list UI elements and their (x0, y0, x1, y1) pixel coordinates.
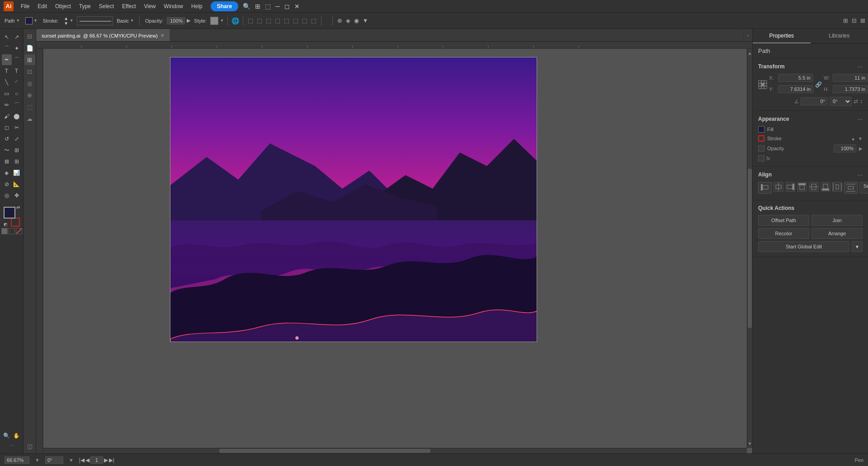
transform-button[interactable] (325, 20, 329, 22)
more-toolbar-arrow[interactable]: ▼ (362, 17, 369, 24)
tab-libraries[interactable]: Libraries (811, 29, 868, 43)
type-tool[interactable]: T (2, 66, 12, 76)
menu-effect[interactable]: Effect (118, 1, 139, 11)
stroke-up-arrow[interactable]: ▲▼ (64, 16, 68, 26)
opacity-value-input[interactable] (834, 144, 856, 152)
stroke-style-preview[interactable] (77, 16, 113, 25)
stroke-profile-selector[interactable]: Basic ▼ (115, 17, 136, 24)
links-icon[interactable]: ⬚ (24, 101, 35, 112)
offset-path-button[interactable]: Offset Path (758, 215, 809, 226)
scroll-down-arrow[interactable]: ▼ (747, 441, 752, 446)
scroll-up-arrow[interactable]: ▲ (747, 51, 752, 56)
vertical-scrollbar[interactable]: ▲ ▼ (747, 49, 752, 448)
puppet-warp-icon[interactable]: ⊕ (336, 17, 343, 24)
align-center-h-icon[interactable]: ⬚ (256, 17, 263, 24)
vertical-type-tool[interactable]: T (12, 66, 22, 76)
rotation-dropdown-arrow[interactable]: ▼ (69, 457, 74, 463)
align-distribute-selector[interactable] (844, 182, 858, 194)
align-top-icon[interactable]: ⬚ (274, 17, 281, 24)
align-middle-btn[interactable] (809, 182, 819, 192)
rectangle-tool[interactable]: ▭ (2, 88, 12, 99)
stroke-color-box[interactable] (11, 218, 20, 227)
fill-color-indicator[interactable] (758, 126, 764, 133)
scissors-tool[interactable]: ✂ (12, 122, 22, 133)
zoom-input[interactable] (5, 456, 29, 464)
align-right-icon[interactable]: ⬚ (265, 17, 272, 24)
color-mode-none[interactable] (16, 228, 22, 234)
tab-properties[interactable]: Properties (753, 29, 811, 43)
align-middle-v-icon[interactable]: ⬚ (283, 17, 290, 24)
menu-view[interactable]: View (141, 1, 160, 11)
rotation-input[interactable] (45, 456, 63, 464)
start-global-edit-button[interactable]: Start Global Edit (758, 241, 849, 252)
scale-tool[interactable]: ⤢ (12, 133, 22, 144)
cc-libraries-icon[interactable]: ☁ (24, 113, 35, 124)
align-left-icon[interactable]: ⬚ (247, 17, 254, 24)
h-input[interactable] (833, 85, 868, 93)
collapse-panel-button[interactable]: › (743, 29, 752, 41)
color-mode-gradient[interactable] (9, 228, 15, 234)
align-bottom-edge-btn[interactable] (821, 182, 830, 192)
align-right-edge-btn[interactable] (785, 182, 795, 192)
y-input[interactable] (778, 85, 813, 93)
scrollbar-thumb-h[interactable] (219, 449, 430, 453)
opacity-arrow[interactable]: ▶ (187, 18, 190, 24)
zoom-dropdown-arrow[interactable]: ▼ (35, 457, 40, 463)
more-tools-button[interactable]: ··· (9, 442, 14, 448)
envelope-icon[interactable]: ◈ (345, 17, 351, 24)
pencil-tool[interactable]: ✏ (2, 100, 12, 110)
align-top-edge-btn[interactable] (797, 182, 807, 192)
align-bottom-icon[interactable]: ⬚ (292, 17, 299, 24)
align-toolbar-icon[interactable]: ⊟ (852, 17, 857, 24)
w-input[interactable] (833, 74, 868, 82)
eraser-tool[interactable]: ◻ (2, 122, 12, 133)
smooth-tool[interactable]: ⌒ (12, 100, 22, 110)
appearance-more-button[interactable]: ··· (857, 115, 863, 123)
document-tab[interactable]: sunset painting.ai @ 66.67 % (CMYK/CPU P… (36, 29, 170, 41)
align-to-dropdown[interactable]: Selection Artboard Key Object (859, 182, 868, 194)
rotate-tool[interactable]: ↺ (2, 133, 12, 144)
artboard-number-input[interactable] (90, 456, 103, 464)
arrange-icon[interactable]: ⊞ (843, 17, 848, 24)
close-icon[interactable]: ✕ (294, 3, 300, 10)
align-to-select[interactable]: Selection Artboard Key Object (862, 183, 868, 189)
first-artboard-btn[interactable]: |◀ (79, 457, 85, 463)
artwork-canvas[interactable] (170, 57, 537, 342)
distribute-v-icon[interactable]: ⬚ (310, 17, 317, 24)
style-preview[interactable] (210, 17, 218, 25)
recolor-icon[interactable]: ◉ (353, 17, 360, 24)
transform-sidebar-icon[interactable]: ⊕ (24, 90, 35, 100)
warp-tool[interactable]: 〜 (2, 145, 12, 156)
free-transform-tool[interactable]: ⊞ (12, 145, 22, 156)
distribute-h-btn[interactable] (832, 182, 842, 192)
arrange-windows-icon[interactable]: ⊞ (255, 3, 260, 10)
transform-more-button[interactable]: ··· (857, 63, 863, 70)
arrange-button[interactable]: Arrange (811, 228, 863, 239)
stroke-weight[interactable]: ▲▼ ▼ (62, 15, 75, 27)
fill-color-box[interactable] (4, 207, 15, 219)
prev-artboard-btn[interactable]: ◀ (85, 457, 90, 463)
x-input[interactable] (778, 74, 813, 82)
stroke-expand-arrow[interactable]: ▲ (851, 136, 855, 141)
object-type-selector[interactable]: Path ▼ (3, 17, 22, 24)
eyedropper-tool[interactable]: ⊘ (2, 179, 12, 190)
horizontal-scrollbar[interactable] (43, 448, 747, 453)
appearance-icon[interactable]: ◎ (24, 78, 35, 89)
scrollbar-thumb-v[interactable] (748, 169, 752, 328)
align-center-btn[interactable] (774, 182, 783, 192)
direct-selection-tool[interactable]: ↗ (12, 32, 22, 43)
gradient-tool[interactable]: ◈ (2, 167, 12, 178)
menu-select[interactable]: Select (95, 1, 118, 11)
flip-v-icon[interactable]: ↕ (860, 98, 863, 105)
globe-icon[interactable]: 🌐 (231, 17, 239, 24)
menu-help[interactable]: Help (188, 1, 206, 11)
expand-sidebar-icon[interactable]: ◫ (24, 441, 35, 452)
minimize-icon[interactable]: ─ (275, 3, 280, 10)
measure-tool[interactable]: 📐 (12, 179, 22, 190)
paintbrush-tool[interactable]: 🖌 (2, 111, 12, 122)
menu-edit[interactable]: Edit (34, 1, 51, 11)
window-tile-icon[interactable]: ⬚ (265, 3, 271, 10)
global-edit-dropdown[interactable]: ▼ (852, 241, 863, 252)
layers-icon[interactable]: ⊞ (24, 54, 35, 65)
angle-dropdown[interactable]: 0° 90° 180° 270° (830, 97, 852, 106)
